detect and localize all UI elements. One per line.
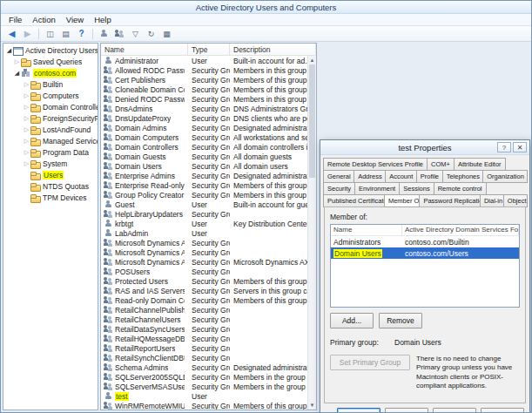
list-row[interactable]: RetailChannelUsers Security Group... bbox=[101, 315, 307, 324]
list-row[interactable]: RetailHQMessageDBUsers Security Group... bbox=[101, 334, 307, 343]
list-row[interactable]: DnsAdmins Security Group... DNS Administ… bbox=[101, 104, 307, 113]
list-row[interactable]: RetailDataSyncUsers Security Group... bbox=[101, 324, 307, 334]
menu-item[interactable]: Help bbox=[89, 15, 117, 24]
tree-item[interactable]: Managed Service Accoun bbox=[3, 135, 98, 146]
dialog-tab[interactable]: COM+ bbox=[427, 158, 455, 171]
tree-item[interactable]: NTDS Quotas bbox=[3, 180, 98, 192]
tree-item[interactable]: Active Directory Users and Com bbox=[3, 44, 98, 56]
list-row[interactable]: Microsoft Dynamics AX D... Security Grou… bbox=[101, 247, 307, 257]
list-row[interactable]: POSUsers Security Group... bbox=[101, 267, 307, 276]
tree-expander-icon[interactable] bbox=[13, 70, 21, 77]
dialog-tab[interactable]: Object bbox=[503, 194, 528, 207]
list-row[interactable]: Domain Admins Security Group... Designat… bbox=[101, 123, 307, 132]
remove-button[interactable]: Remove bbox=[379, 313, 422, 328]
list-row[interactable]: test User bbox=[101, 391, 307, 401]
list-row[interactable]: Read-only Domain Contr... Security Group… bbox=[101, 295, 307, 305]
list-row[interactable]: Denied RODC Password R... Security Group… bbox=[101, 94, 307, 104]
tree-expander-icon[interactable] bbox=[23, 138, 30, 145]
member-column-folder[interactable]: Active Directory Domain Services Folder bbox=[402, 225, 519, 235]
list-row[interactable]: HelpLibraryUpdaters Security Group... bbox=[101, 209, 307, 219]
list-row[interactable]: krbtgt User Key Distribution Center ... bbox=[101, 219, 307, 228]
list-row[interactable]: SQLServerMSASUser$DA... Security Group..… bbox=[101, 382, 307, 391]
tree-expander-icon[interactable] bbox=[23, 81, 30, 88]
add-button[interactable]: Add... bbox=[330, 313, 374, 328]
list-row[interactable]: Enterprise Admins Security Group... Desi… bbox=[101, 171, 307, 180]
tree-expander-icon[interactable] bbox=[23, 149, 30, 156]
tree-expander-icon[interactable] bbox=[23, 115, 30, 122]
menu-item[interactable]: File bbox=[3, 15, 27, 24]
dialog-tab[interactable]: Attribute Editor bbox=[454, 158, 506, 171]
dialog-tab[interactable]: Environment bbox=[354, 182, 400, 195]
list-row[interactable]: Allowed RODC Password ... Security Group… bbox=[101, 65, 307, 75]
menu-item[interactable]: View bbox=[61, 15, 89, 24]
column-header-name[interactable]: Name bbox=[101, 44, 188, 55]
dialog-tab[interactable]: Address bbox=[354, 170, 386, 183]
member-column-name[interactable]: Name bbox=[331, 225, 402, 235]
scroll-up-icon[interactable]: ▲ bbox=[308, 56, 316, 64]
dialog-tab[interactable]: Remote control bbox=[434, 182, 487, 195]
list-row[interactable]: Microsoft Dynamics AX ... Security Group… bbox=[101, 257, 307, 267]
member-row[interactable]: Administrators contoso.com/Builtin bbox=[331, 236, 519, 247]
scroll-down-icon[interactable]: ▼ bbox=[308, 401, 316, 410]
dialog-tab[interactable]: Password Replication bbox=[419, 194, 481, 207]
dialog-tab[interactable]: Sessions bbox=[399, 182, 434, 195]
list-row[interactable]: Administrator User Built-in account for … bbox=[101, 56, 307, 65]
ok-button[interactable]: OK bbox=[337, 408, 380, 413]
dialog-tab[interactable]: Account bbox=[385, 170, 417, 183]
tree-item[interactable]: contoso.com bbox=[3, 67, 98, 78]
properties-icon[interactable]: ▦ bbox=[159, 27, 174, 40]
list-row[interactable]: Group Policy Creator Ow... Security Grou… bbox=[101, 190, 307, 200]
list-row[interactable]: RetailSynchClientDBUsers Security Group.… bbox=[101, 353, 307, 362]
dialog-tab[interactable]: Security bbox=[323, 182, 355, 195]
list-row[interactable]: Domain Guests Security Group... All doma… bbox=[101, 152, 307, 161]
tree-item[interactable]: Program Data bbox=[3, 146, 98, 158]
tree-item[interactable]: System bbox=[3, 158, 98, 169]
scrollbar-thumb[interactable] bbox=[309, 64, 315, 178]
list-row[interactable]: Schema Admins Security Group... Designat… bbox=[101, 362, 307, 372]
refresh-icon[interactable]: ↻ bbox=[144, 27, 158, 40]
menu-item[interactable]: Action bbox=[27, 15, 60, 24]
apply-button[interactable]: Apply bbox=[433, 408, 476, 413]
list-row[interactable]: Domain Users Security Group... All domai… bbox=[101, 161, 307, 171]
show-console-tree-icon[interactable]: ◫ bbox=[43, 27, 57, 40]
list-row[interactable]: SQLServer2005SQLBrows... Security Group.… bbox=[101, 372, 307, 382]
list-row[interactable]: RetailChannelPublishers Security Group..… bbox=[101, 305, 307, 315]
dialog-tab[interactable]: Published Certificates bbox=[323, 194, 385, 207]
cancel-button[interactable]: Cancel bbox=[385, 408, 428, 413]
help-button[interactable]: Help bbox=[481, 408, 524, 413]
dialog-tab[interactable]: Dial-in bbox=[480, 194, 504, 207]
list-row[interactable]: RAS and IAS Servers Security Group... Se… bbox=[101, 286, 307, 295]
dialog-close-icon[interactable]: ✕ bbox=[513, 142, 527, 152]
list-row[interactable]: Enterprise Read-only Do... Security Grou… bbox=[101, 180, 307, 190]
dialog-tab[interactable]: Organization bbox=[482, 170, 528, 183]
tree-expander-icon[interactable] bbox=[23, 160, 30, 167]
list-row[interactable]: Protected Users Security Group... Member… bbox=[101, 276, 307, 286]
export-list-icon[interactable]: ▤ bbox=[58, 27, 73, 40]
back-icon[interactable]: ◀ bbox=[4, 27, 19, 40]
tree-expander-icon[interactable] bbox=[23, 126, 30, 133]
tree-item[interactable]: ForeignSecurityPrincipal bbox=[3, 112, 98, 124]
dialog-tab[interactable]: General bbox=[323, 170, 354, 183]
column-header-description[interactable]: Description bbox=[230, 44, 316, 55]
tree-item[interactable]: Builtin bbox=[3, 78, 98, 90]
tree-expander-icon[interactable] bbox=[23, 104, 30, 111]
list-row[interactable]: Cert Publishers Security Group... Member… bbox=[101, 75, 307, 85]
dialog-help-icon[interactable]: ? bbox=[497, 142, 511, 152]
tree-expander-icon[interactable] bbox=[13, 58, 21, 65]
help-icon[interactable]: ? bbox=[74, 27, 89, 40]
list-scrollbar[interactable]: ▲ ▼ bbox=[307, 56, 316, 410]
tree-item[interactable]: Computers bbox=[3, 90, 98, 101]
dialog-tab[interactable]: Remote Desktop Services Profile bbox=[323, 158, 428, 171]
tree-item[interactable]: Saved Queries bbox=[3, 56, 98, 67]
list-row[interactable]: Microsoft Dynamics AX D... Security Grou… bbox=[101, 238, 307, 247]
tree-item[interactable]: Domain Controllers bbox=[3, 101, 98, 112]
list-row[interactable]: Domain Controllers Security Group... All… bbox=[101, 142, 307, 152]
set-filter-icon[interactable]: ▽ bbox=[128, 27, 143, 40]
dialog-tab[interactable]: Telephones bbox=[442, 170, 484, 183]
member-row[interactable]: Domain Users contoso.com/Users bbox=[331, 247, 519, 259]
new-group-icon[interactable] bbox=[112, 27, 127, 40]
list-row[interactable]: Domain Computers Security Group... All w… bbox=[101, 132, 307, 142]
list-row[interactable]: LabAdmin User bbox=[101, 228, 307, 238]
list-row[interactable]: WinRMRemoteWMIUsers_... Security Group..… bbox=[101, 401, 307, 410]
dialog-tab[interactable]: Profile bbox=[416, 170, 443, 183]
